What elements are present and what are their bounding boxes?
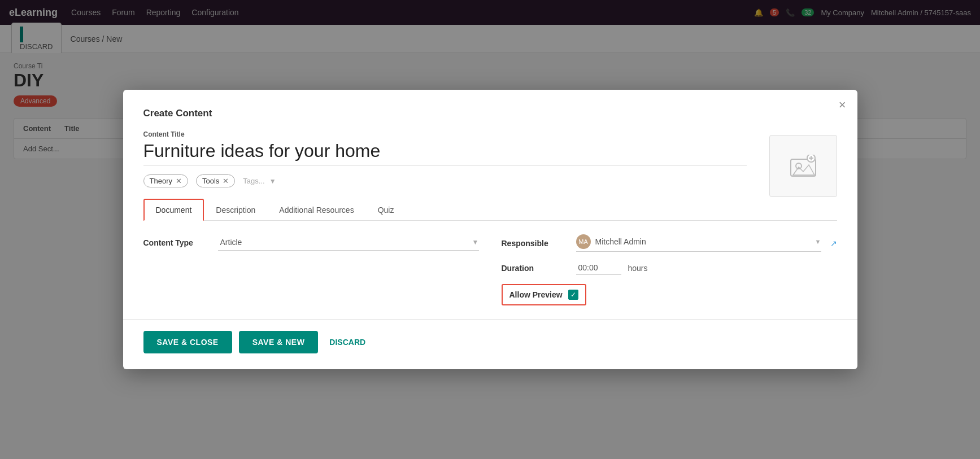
content-type-select-wrapper: Article Video PDF Presentation Infograph… — [218, 234, 479, 251]
form-grid: Content Type Article Video PDF Presentat… — [143, 234, 837, 305]
responsible-row: Responsible MA Mitchell Admin ▼ ↗︎ — [502, 234, 837, 252]
tab-description[interactable]: Description — [204, 199, 267, 221]
content-type-label: Content Type — [143, 238, 211, 247]
svg-point-1 — [796, 163, 802, 169]
discard-button-modal[interactable]: DISCARD — [325, 331, 370, 353]
form-right: Responsible MA Mitchell Admin ▼ ↗︎ Durat… — [502, 234, 837, 305]
responsible-wrapper: MA Mitchell Admin ▼ — [576, 234, 821, 252]
duration-unit: hours — [628, 264, 648, 273]
tab-quiz[interactable]: Quiz — [366, 199, 406, 221]
modal-overlay: Create Content × Content Title Theory ✕ … — [0, 0, 980, 459]
duration-row: Duration hours — [502, 261, 837, 275]
tag-tools-remove[interactable]: ✕ — [223, 177, 229, 185]
modal-close-button[interactable]: × — [839, 99, 846, 111]
responsible-chevron: ▼ — [815, 238, 821, 245]
save-close-button[interactable]: SAVE & CLOSE — [143, 331, 232, 353]
tag-tools[interactable]: Tools ✕ — [196, 174, 235, 187]
modal-divider — [123, 319, 857, 320]
duration-input[interactable] — [576, 261, 621, 275]
tag-theory[interactable]: Theory ✕ — [143, 174, 188, 187]
responsible-name: Mitchell Admin — [595, 237, 811, 246]
form-left: Content Type Article Video PDF Presentat… — [143, 234, 479, 305]
allow-preview-label: Allow Preview — [509, 290, 563, 299]
responsible-avatar: MA — [576, 234, 591, 249]
content-title-input[interactable] — [143, 141, 747, 165]
tags-dropdown-icon: ▼ — [269, 177, 276, 185]
tags-placeholder: Tags... — [243, 177, 264, 185]
save-new-button[interactable]: SAVE & NEW — [239, 331, 319, 353]
allow-preview-row: Allow Preview ✓ — [502, 284, 586, 305]
modal-footer: SAVE & CLOSE SAVE & NEW DISCARD — [143, 331, 837, 353]
modal-title: Create Content — [143, 108, 837, 119]
tags-row: Theory ✕ Tools ✕ Tags... ▼ — [143, 174, 837, 187]
image-placeholder[interactable] — [769, 135, 837, 197]
duration-label: Duration — [502, 264, 569, 273]
external-link-icon[interactable]: ↗︎ — [830, 239, 837, 248]
tabs-row: Document Description Additional Resource… — [143, 199, 837, 221]
create-content-modal: Create Content × Content Title Theory ✕ … — [123, 90, 857, 369]
allow-preview-checkbox[interactable]: ✓ — [568, 290, 578, 300]
tab-additional-resources[interactable]: Additional Resources — [267, 199, 365, 221]
content-type-chevron: ▼ — [472, 238, 479, 246]
content-type-row: Content Type Article Video PDF Presentat… — [143, 234, 479, 251]
content-title-label: Content Title — [143, 130, 837, 138]
responsible-label: Responsible — [502, 239, 569, 248]
tag-theory-remove[interactable]: ✕ — [176, 177, 182, 185]
content-type-select[interactable]: Article Video PDF Presentation Infograph… — [218, 234, 472, 250]
tab-document[interactable]: Document — [143, 199, 204, 221]
